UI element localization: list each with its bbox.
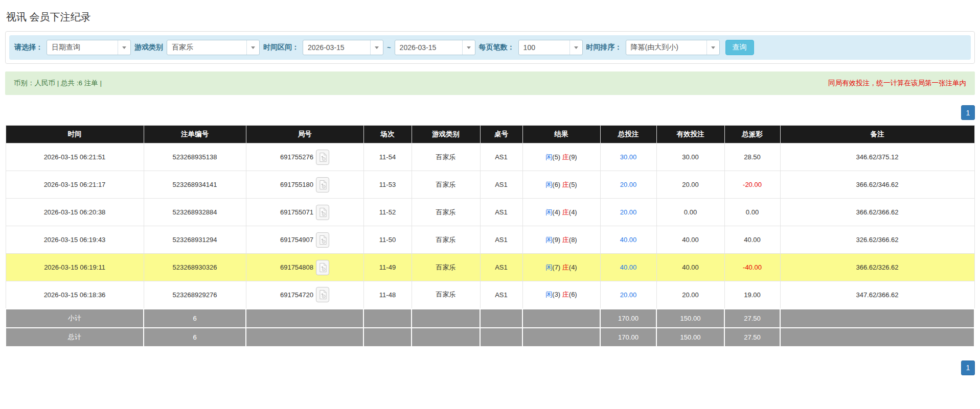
cell-time: 2026-03-15 06:20:38 [6, 199, 144, 226]
cell-total-bet: 20.00 [600, 171, 656, 199]
cell-valid-bet: 40.00 [656, 254, 724, 281]
page-size-select[interactable]: 100 [518, 40, 583, 55]
cell-bet-id: 523268930326 [144, 254, 246, 281]
result-banker-score: (9) [569, 153, 577, 161]
column-header-9: 总派彩 [724, 126, 780, 143]
round-number: 691754907 [280, 236, 313, 244]
table-footer: 小计6170.00150.0027.50总计6170.00150.0027.50 [6, 309, 974, 347]
footer-total-bet: 170.00 [600, 328, 656, 347]
video-file-icon [318, 235, 327, 245]
cell-time: 2026-03-15 06:21:17 [6, 171, 144, 199]
date-from-value: 2026-03-15 [303, 40, 370, 55]
video-replay-button[interactable] [316, 260, 329, 275]
cell-table-no: AS1 [480, 281, 522, 309]
cell-valid-bet: 30.00 [656, 143, 724, 171]
time-sort-label: 时间排序： [586, 43, 622, 52]
time-sort-select[interactable]: 降冪(由大到小) [626, 40, 720, 55]
column-header-6: 结果 [522, 126, 600, 143]
footer-empty-round [246, 328, 363, 347]
cell-remark: 326.62/366.62 [780, 226, 974, 254]
table-body: 2026-03-15 06:21:51523268935138691755276… [6, 143, 974, 309]
video-file-icon [318, 180, 327, 190]
cell-round: 691754907 [246, 226, 363, 254]
footer-payout: 27.50 [724, 328, 780, 347]
round-number: 691754808 [280, 263, 313, 271]
column-header-2: 局号 [246, 126, 363, 143]
cell-session: 11-53 [363, 171, 412, 199]
date-to-select[interactable]: 2026-03-15 [395, 40, 475, 55]
footer-payout: 27.50 [724, 309, 780, 328]
date-from-select[interactable]: 2026-03-15 [303, 40, 383, 55]
search-button[interactable]: 查询 [725, 40, 754, 55]
result-banker-label: 庄 [562, 263, 569, 271]
cell-result: 闲(7) 庄(4) [522, 254, 600, 281]
round-wrap: 691755071 [280, 205, 329, 220]
page-root: 视讯 会员下注纪录 请选择： 日期查询 游戏类别 百家乐 时间区间： 2026-… [0, 0, 980, 375]
result-player-label: 闲 [545, 291, 552, 298]
cell-session: 11-52 [363, 199, 412, 226]
footer-empty-game [412, 328, 480, 347]
bet-records-table: 时间注单编号局号场次游戏类别桌号结果总投注有效投注总派彩备注 2026-03-1… [5, 125, 975, 347]
result-player-label: 闲 [545, 181, 552, 188]
cell-bet-id: 523268932884 [144, 199, 246, 226]
video-replay-button[interactable] [316, 232, 329, 248]
page-size-label: 每页笔数： [479, 43, 515, 52]
page-1-button[interactable]: 1 [961, 360, 975, 375]
video-replay-button[interactable] [316, 205, 329, 220]
game-category-select[interactable]: 百家乐 [167, 40, 260, 55]
cell-result: 闲(5) 庄(9) [522, 143, 600, 171]
cell-payout: 28.50 [724, 143, 780, 171]
cell-session: 11-50 [363, 226, 412, 254]
table-row: 2026-03-15 06:20:38523268932884691755071… [6, 199, 974, 226]
column-header-1: 注单编号 [144, 126, 246, 143]
table-row: 2026-03-15 06:21:51523268935138691755276… [6, 143, 974, 171]
chevron-down-icon [118, 40, 130, 55]
chevron-down-icon [370, 40, 383, 55]
cell-bet-id: 523268929276 [144, 281, 246, 309]
cell-time: 2026-03-15 06:21:51 [6, 143, 144, 171]
time-sort-value: 降冪(由大到小) [626, 40, 706, 55]
time-range-label: 时间区间： [263, 43, 299, 52]
round-wrap: 691755180 [280, 177, 329, 193]
result-player-score: (9) [552, 236, 562, 244]
footer-empty-remark [780, 309, 974, 328]
footer-empty-table [480, 309, 522, 328]
cell-result: 闲(4) 庄(4) [522, 199, 600, 226]
column-header-3: 场次 [363, 126, 412, 143]
cell-round: 691755071 [246, 199, 363, 226]
cell-total-bet: 30.00 [600, 143, 656, 171]
result-banker-score: (5) [569, 181, 577, 188]
footer-empty-session [363, 309, 412, 328]
cell-remark: 366.62/346.62 [780, 171, 974, 199]
result-banker-label: 庄 [562, 153, 569, 161]
video-replay-button[interactable] [316, 177, 329, 193]
table-row: 2026-03-15 06:19:11523268930326691754808… [6, 254, 974, 281]
video-replay-button[interactable] [316, 150, 329, 165]
cell-game-category: 百家乐 [412, 281, 480, 309]
cell-round: 691755180 [246, 171, 363, 199]
page-1-button[interactable]: 1 [961, 105, 975, 120]
footer-empty-table [480, 328, 522, 347]
query-type-select[interactable]: 日期查询 [47, 40, 131, 55]
video-file-icon [318, 152, 327, 162]
cell-payout: 0.00 [724, 199, 780, 226]
cell-total-bet: 40.00 [600, 226, 656, 254]
result-banker-label: 庄 [562, 236, 569, 244]
cell-valid-bet: 0.00 [656, 199, 724, 226]
cell-game-category: 百家乐 [412, 226, 480, 254]
result-banker-score: (6) [569, 291, 577, 298]
video-replay-button[interactable] [316, 287, 329, 302]
result-player-label: 闲 [545, 263, 552, 271]
query-type-label: 请选择： [14, 43, 43, 52]
cell-round: 691754808 [246, 254, 363, 281]
video-file-icon [318, 290, 327, 300]
chevron-down-icon [706, 40, 719, 55]
result-player-score: (7) [552, 263, 562, 271]
chevron-down-icon [462, 40, 475, 55]
footer-valid-bet: 150.00 [656, 309, 724, 328]
footer-label: 小计 [6, 309, 144, 328]
table-row: 2026-03-15 06:18:36523268929276691754720… [6, 281, 974, 309]
footer-label: 总计 [6, 328, 144, 347]
cell-round: 691755276 [246, 143, 363, 171]
round-number: 691755071 [280, 208, 313, 216]
